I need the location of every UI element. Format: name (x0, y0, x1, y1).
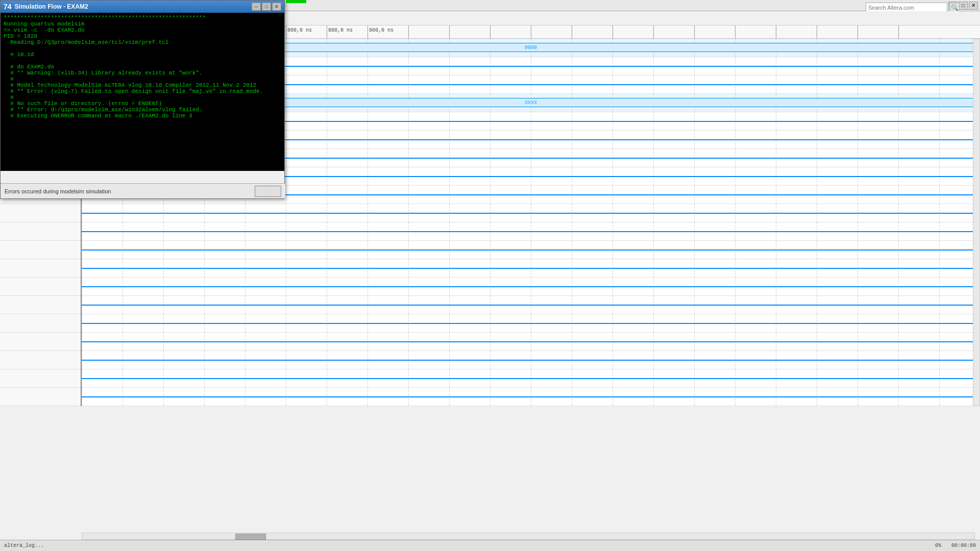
ruler-tick (490, 26, 531, 38)
wave-row (82, 278, 980, 296)
wave-row (82, 241, 980, 259)
wave-signal-line (82, 360, 980, 361)
main-close-button[interactable]: ✕ (969, 2, 978, 10)
wave-row (82, 314, 980, 333)
wave-row (82, 333, 980, 351)
ruler-tick: 800,0 ns (286, 26, 327, 38)
wave-row (82, 296, 980, 314)
status-log-text: altera_log... (4, 543, 44, 548)
ruler-tick (898, 26, 939, 38)
wave-signal-line (82, 396, 980, 397)
ruler-tick (531, 26, 572, 38)
ruler-tick (408, 26, 449, 38)
status-percent: 0% (935, 543, 941, 548)
sim-dialog: 74 Simulation Flow - EXAM2 ─ □ ✕ *******… (0, 0, 285, 199)
sim-dialog-minimize-button[interactable]: ─ (252, 3, 261, 11)
wave-row (82, 222, 980, 241)
status-time: 00:00:00 (951, 543, 976, 548)
ruler-tick (572, 26, 612, 38)
ruler-tick (857, 26, 898, 38)
sim-dialog-console[interactable]: ****************************************… (1, 13, 284, 171)
ruler-tick (612, 26, 653, 38)
wave-signal-line (82, 305, 980, 306)
wave-row (82, 204, 980, 222)
signal-name-row (0, 241, 81, 259)
signal-name-row (0, 296, 81, 314)
status-bar: altera_log... 0% 00:00:00 (0, 540, 980, 551)
ruler-tick: 880,0 ns (327, 26, 368, 38)
sim-dialog-close-button[interactable]: ✕ (272, 3, 281, 11)
wave-signal-line (82, 213, 980, 214)
sim-dialog-title: Simulation Flow - EXAM2 (15, 3, 88, 10)
signal-name-row (0, 204, 81, 222)
sim-dialog-status-text: Errors occured during modelsim simulatio… (5, 188, 251, 194)
wave-signal-line (82, 249, 980, 251)
sim-dialog-controls: ─ □ ✕ (252, 3, 281, 11)
status-right: 0% 00:00:00 (935, 543, 976, 548)
ruler-tick (449, 26, 490, 38)
v-scrollbar[interactable] (973, 39, 980, 406)
wave-row (82, 369, 980, 388)
signal-name-row (0, 369, 81, 388)
sim-dialog-maximize-button[interactable]: □ (262, 3, 271, 11)
signal-name-row (0, 333, 81, 351)
wave-signal-line (82, 378, 980, 379)
signal-name-row (0, 222, 81, 241)
ruler-tick (694, 26, 735, 38)
ruler-tick (653, 26, 694, 38)
signal-name-row (0, 314, 81, 333)
wave-signal-line (82, 286, 980, 287)
wave-row (82, 351, 980, 369)
signal-name-row (0, 388, 81, 406)
sim-dialog-titlebar: 74 Simulation Flow - EXAM2 ─ □ ✕ (1, 1, 284, 13)
wave-signal-line (82, 323, 980, 324)
sim-console-output: ****************************************… (4, 15, 281, 119)
progress-bar (286, 0, 306, 3)
signal-name-row (0, 259, 81, 278)
main-maximize-button[interactable]: □ (959, 2, 968, 10)
h-scrollbar-thumb[interactable] (235, 534, 266, 540)
sim-dialog-statusbar: Errors occured during modelsim simulatio… (1, 183, 285, 198)
ruler-tick (776, 26, 817, 38)
sim-dialog-ok-button[interactable] (255, 186, 281, 197)
sim-dialog-title-icon: 74 (4, 3, 12, 11)
h-scrollbar[interactable] (82, 533, 975, 540)
ruler-tick: 960,0 ns (368, 26, 408, 38)
ruler-tick (817, 26, 857, 38)
signal-name-row (0, 351, 81, 369)
wave-row (82, 259, 980, 278)
ruler-tick (735, 26, 776, 38)
wave-signal-line (82, 231, 980, 232)
signal-name-row (0, 278, 81, 296)
wave-row (82, 388, 980, 406)
wave-signal-line (82, 341, 980, 342)
wave-signal-line (82, 268, 980, 269)
